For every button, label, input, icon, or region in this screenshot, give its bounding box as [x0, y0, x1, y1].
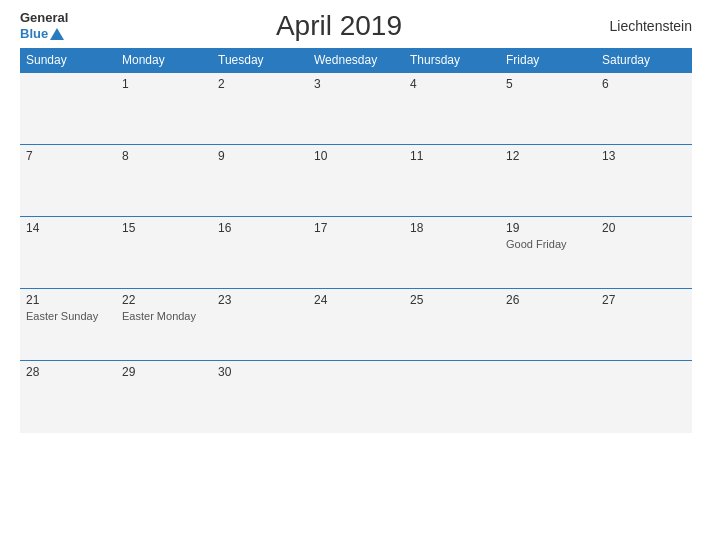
calendar-cell: 18: [404, 217, 500, 289]
calendar-cell: [308, 361, 404, 433]
days-of-week-row: Sunday Monday Tuesday Wednesday Thursday…: [20, 48, 692, 73]
country-label: Liechtenstein: [609, 18, 692, 34]
calendar-cell: 14: [20, 217, 116, 289]
calendar-cell: 23: [212, 289, 308, 361]
calendar-cell: 17: [308, 217, 404, 289]
cell-day-number: 21: [26, 293, 110, 307]
calendar-cell: 2: [212, 73, 308, 145]
cell-day-number: 23: [218, 293, 302, 307]
cell-day-number: 20: [602, 221, 686, 235]
calendar-cell: 13: [596, 145, 692, 217]
calendar-cell: 8: [116, 145, 212, 217]
col-sunday: Sunday: [20, 48, 116, 73]
calendar-cell: 10: [308, 145, 404, 217]
col-friday: Friday: [500, 48, 596, 73]
cell-day-number: 30: [218, 365, 302, 379]
col-thursday: Thursday: [404, 48, 500, 73]
cell-day-number: 17: [314, 221, 398, 235]
cell-day-number: 9: [218, 149, 302, 163]
cell-event-label: Easter Monday: [122, 309, 206, 323]
cell-day-number: 29: [122, 365, 206, 379]
calendar-cell: 25: [404, 289, 500, 361]
col-wednesday: Wednesday: [308, 48, 404, 73]
cell-day-number: 10: [314, 149, 398, 163]
calendar-cell: 5: [500, 73, 596, 145]
calendar-week-row: 282930: [20, 361, 692, 433]
cell-day-number: 28: [26, 365, 110, 379]
cell-day-number: 18: [410, 221, 494, 235]
calendar-week-row: 21Easter Sunday22Easter Monday2324252627: [20, 289, 692, 361]
cell-day-number: 6: [602, 77, 686, 91]
logo-blue: Blue: [20, 26, 68, 42]
calendar-week-row: 123456: [20, 73, 692, 145]
calendar-cell: 7: [20, 145, 116, 217]
col-tuesday: Tuesday: [212, 48, 308, 73]
cell-day-number: 3: [314, 77, 398, 91]
calendar-cell: 1: [116, 73, 212, 145]
calendar-cell: 26: [500, 289, 596, 361]
cell-day-number: 2: [218, 77, 302, 91]
cell-day-number: 7: [26, 149, 110, 163]
calendar-cell: 30: [212, 361, 308, 433]
cell-day-number: 11: [410, 149, 494, 163]
cell-day-number: 5: [506, 77, 590, 91]
calendar-cell: [404, 361, 500, 433]
calendar-cell: 6: [596, 73, 692, 145]
calendar-cell: 4: [404, 73, 500, 145]
calendar-cell: 19Good Friday: [500, 217, 596, 289]
cell-day-number: 4: [410, 77, 494, 91]
calendar-cell: 3: [308, 73, 404, 145]
calendar-cell: 22Easter Monday: [116, 289, 212, 361]
cell-day-number: 26: [506, 293, 590, 307]
calendar-cell: 20: [596, 217, 692, 289]
calendar-cell: 24: [308, 289, 404, 361]
cell-event-label: Easter Sunday: [26, 309, 110, 323]
cell-day-number: 19: [506, 221, 590, 235]
calendar-cell: [596, 361, 692, 433]
calendar-week-row: 78910111213: [20, 145, 692, 217]
cell-day-number: 22: [122, 293, 206, 307]
calendar-header: General Blue April 2019 Liechtenstein: [20, 10, 692, 42]
logo: General Blue: [20, 10, 68, 41]
cell-day-number: 15: [122, 221, 206, 235]
calendar-week-row: 141516171819Good Friday20: [20, 217, 692, 289]
calendar-cell: 27: [596, 289, 692, 361]
cell-day-number: 13: [602, 149, 686, 163]
calendar-cell: [20, 73, 116, 145]
calendar-cell: 16: [212, 217, 308, 289]
calendar-title: April 2019: [276, 10, 402, 42]
cell-day-number: 25: [410, 293, 494, 307]
calendar-cell: 15: [116, 217, 212, 289]
cell-day-number: 16: [218, 221, 302, 235]
cell-day-number: 8: [122, 149, 206, 163]
cell-day-number: 24: [314, 293, 398, 307]
cell-day-number: 14: [26, 221, 110, 235]
logo-general: General: [20, 10, 68, 26]
calendar-cell: 21Easter Sunday: [20, 289, 116, 361]
cell-day-number: 12: [506, 149, 590, 163]
calendar-table: Sunday Monday Tuesday Wednesday Thursday…: [20, 48, 692, 433]
cell-day-number: 27: [602, 293, 686, 307]
calendar-cell: 29: [116, 361, 212, 433]
col-monday: Monday: [116, 48, 212, 73]
cell-day-number: 1: [122, 77, 206, 91]
col-saturday: Saturday: [596, 48, 692, 73]
calendar-cell: 11: [404, 145, 500, 217]
calendar-cell: 9: [212, 145, 308, 217]
calendar-cell: 28: [20, 361, 116, 433]
calendar-cell: [500, 361, 596, 433]
calendar-cell: 12: [500, 145, 596, 217]
logo-triangle-icon: [50, 28, 64, 40]
cell-event-label: Good Friday: [506, 237, 590, 251]
